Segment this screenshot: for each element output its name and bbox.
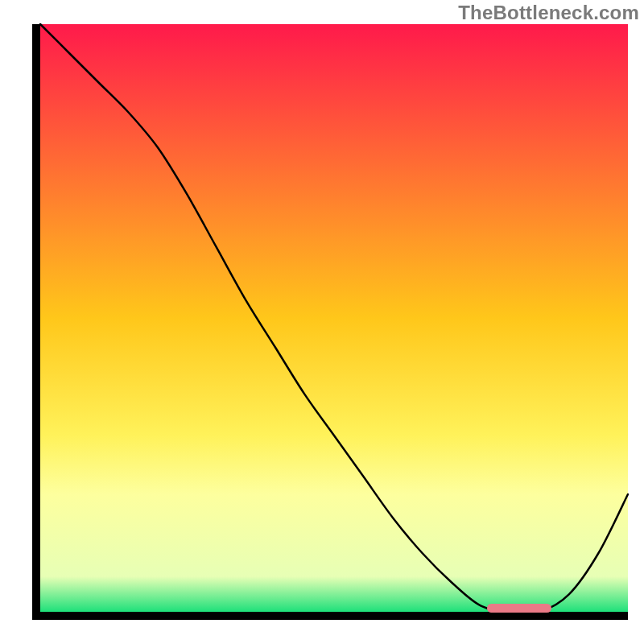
- watermark-label: TheBottleneck.com: [458, 2, 639, 24]
- plot-area: [32, 24, 628, 620]
- optimal-range-marker: [487, 604, 551, 613]
- chart-frame: TheBottleneck.com: [0, 0, 644, 644]
- bottleneck-curve: [40, 24, 628, 612]
